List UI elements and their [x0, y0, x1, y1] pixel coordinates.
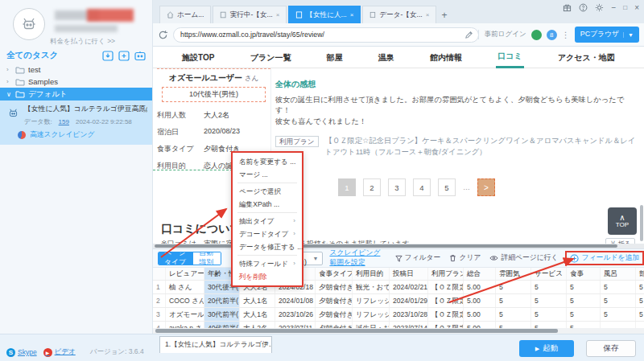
menu-item-データを修正する[interactable]: データを修正する ... — [233, 240, 302, 253]
column-header-サービス[interactable]: サービス — [531, 268, 567, 280]
menu-item-特殊フィールド[interactable]: 特殊フィールド› — [233, 257, 302, 270]
add-field-button[interactable]: フィールドを追加 — [570, 253, 639, 263]
column-header-レビュアー[interactable]: レビュアー⇅ — [166, 268, 204, 280]
site-nav-部屋[interactable]: 部屋 — [325, 47, 345, 68]
menu-item-名前を変更する[interactable]: 名前を変更する ... — [233, 155, 302, 168]
page-button-3[interactable]: 3 — [388, 178, 406, 196]
data-count-value[interactable]: 159 — [59, 118, 69, 125]
column-header-風呂[interactable]: 風呂 — [601, 268, 636, 280]
goto-detail-button[interactable]: 詳細ページに行く — [489, 253, 558, 263]
column-header-index[interactable] — [153, 268, 166, 280]
sidebar-folder-デフォルト[interactable]: ∨デフォルト — [0, 88, 152, 101]
cell: 5 — [636, 294, 644, 307]
column-header-利用プラン[interactable]: 利用プラン — [428, 268, 464, 280]
page-type-tab[interactable]: ページタイプ — [159, 252, 193, 265]
column-header-総合[interactable]: 総合 — [464, 268, 496, 280]
new-task-icon[interactable] — [118, 51, 130, 61]
browser-mode-button[interactable]: PCブラウザ▼ — [575, 27, 639, 43]
page-button-2[interactable]: 2 — [363, 178, 381, 196]
clear-button[interactable]: クリア — [449, 253, 481, 263]
more-options-icon[interactable]: ⋮ — [562, 31, 570, 39]
menu-item-マージ[interactable]: マージ ... — [233, 168, 302, 181]
column-header-部屋[interactable]: 部屋 — [636, 268, 644, 280]
data-table: レビュアー⇅年齢・性別人数宿泊日食事タイプ利用目的投稿日利用プラン総合雰囲気サー… — [153, 268, 644, 331]
skype-link[interactable]: S Skype — [6, 348, 37, 357]
account-badge-icon[interactable]: 8 — [547, 30, 557, 40]
video-link[interactable]: ▶ ビデオ — [43, 347, 76, 357]
edit-url-icon[interactable] — [464, 31, 473, 39]
page-button-4[interactable]: 4 — [413, 178, 431, 196]
gift-icon[interactable] — [563, 3, 572, 12]
minimize-button[interactable]: − — [611, 3, 616, 12]
task-card[interactable]: 【女性に人気】コルテラルゴ伊豆高原の口... × データ数: 159 2024-… — [0, 101, 152, 145]
eye-icon — [489, 255, 498, 261]
reviewer-age-selected[interactable]: 10代後半(男性) — [162, 87, 266, 102]
column-header-雰囲気[interactable]: 雰囲気 — [496, 268, 531, 280]
table-row[interactable]: 2COCO さん20代前半(...大人1名2024/01/08夕朝食付きリフレッ… — [153, 294, 644, 308]
settings-gear-icon[interactable] — [595, 3, 604, 12]
tab-close-icon[interactable]: × — [426, 11, 430, 18]
tab-label: データ-【女... — [379, 10, 422, 20]
pay-link[interactable]: 料金を払うに行く >> — [50, 37, 115, 47]
page-button-1[interactable]: 1 — [338, 178, 356, 196]
maximize-button[interactable]: □ — [623, 4, 627, 11]
browser-tab[interactable]: 【女性に人...× — [288, 6, 361, 23]
refresh-icon[interactable] — [158, 30, 168, 40]
cell: 観光・おで... — [353, 281, 390, 293]
set-scrape-range-link[interactable]: スクレイピング範囲を設定 — [329, 248, 386, 268]
browser-tab[interactable]: データ-【女...× — [362, 6, 436, 23]
chevron-down-icon: ▼ — [312, 256, 318, 261]
column-header-食事[interactable]: 食事 — [567, 268, 601, 280]
browser-tab[interactable]: ホーム... — [159, 6, 211, 23]
help-icon[interactable] — [579, 3, 588, 12]
menu-item-抽出タイプ[interactable]: 抽出タイプ› — [233, 215, 302, 228]
browser-vscrollbar[interactable] — [640, 205, 643, 241]
open-task-tab[interactable]: 1.【女性に人気】コルテラルゴ伊... — [159, 336, 272, 353]
site-nav-口コミ[interactable]: 口コミ — [496, 46, 523, 68]
sidebar-folder-test[interactable]: ›test — [0, 64, 152, 76]
menu-item-ページで選択[interactable]: ページで選択 — [233, 185, 302, 198]
run-button[interactable]: ▶ 起動 — [519, 340, 574, 357]
tab-close-icon[interactable]: × — [350, 11, 354, 18]
sidebar-folder-Samples[interactable]: ›Samples — [0, 76, 152, 88]
avatar[interactable] — [13, 8, 45, 40]
site-nav-プラン一覧[interactable]: プラン一覧 — [249, 47, 293, 68]
chevron-icon: ∨ — [6, 91, 12, 98]
table-row[interactable]: 1柚 さん30代後半(...大人2名2024/02/18夕朝食付き観光・おで..… — [153, 281, 644, 294]
robot-task-icon[interactable] — [134, 51, 146, 61]
column-header-食事タイプ[interactable]: 食事タイプ — [316, 268, 353, 280]
menu-item-label: 特殊フィールド — [239, 257, 288, 270]
menu-item-列を削除[interactable]: 列を削除 — [233, 270, 302, 283]
page-button-5[interactable]: 5 — [438, 178, 456, 196]
cell: 5 — [496, 294, 531, 307]
site-nav-温泉[interactable]: 温泉 — [377, 47, 396, 68]
next-page-button-selected[interactable]: > — [477, 178, 495, 196]
browser-tab[interactable]: 実行中-【女...× — [213, 6, 287, 23]
column-header-投稿日[interactable]: 投稿日 — [390, 268, 428, 280]
new-tab-button[interactable]: + — [441, 10, 447, 23]
prelogin-label[interactable]: 事前ログイン — [478, 30, 526, 39]
filter-button[interactable]: フィルター — [395, 253, 441, 263]
table-hscrollbar[interactable] — [153, 328, 644, 334]
site-nav-施設TOP[interactable]: 施設TOP — [180, 47, 216, 68]
site-nav: 施設TOPプラン一覧部屋温泉館内情報口コミアクセス・地図 — [153, 47, 644, 68]
all-tasks-label[interactable]: 全てのタスク — [6, 50, 102, 61]
status-green-icon[interactable] — [531, 30, 542, 40]
table-row[interactable]: 3オズモール...30代前半(...大人1名2023/10/26夕朝食付きリフレ… — [153, 308, 644, 322]
column-header-利用目的[interactable]: 利用目的 — [353, 268, 390, 280]
import-task-icon[interactable] — [102, 51, 114, 61]
scrape-mode-label[interactable]: 高速スクレイピング — [30, 130, 95, 140]
task-close-icon[interactable]: × — [143, 107, 147, 115]
save-button[interactable]: 保存 — [586, 340, 636, 357]
scrape-mode-icon — [18, 131, 26, 139]
site-nav-館内情報[interactable]: 館内情報 — [428, 47, 464, 68]
cell: 5 — [531, 294, 567, 307]
tab-close-icon[interactable]: × — [276, 11, 280, 18]
site-nav-アクセス・地図[interactable]: アクセス・地図 — [556, 47, 617, 68]
close-button[interactable]: × — [634, 3, 639, 12]
menu-item-デコードタイプ[interactable]: デコードタイプ› — [233, 228, 302, 240]
back-to-top-button[interactable]: ∧ TOP — [608, 207, 637, 235]
url-input[interactable] — [173, 27, 479, 43]
auto-detect-tab[interactable]: 自動識別 — [193, 252, 220, 265]
menu-item-編集XPath[interactable]: 編集XPath ... — [233, 198, 302, 211]
